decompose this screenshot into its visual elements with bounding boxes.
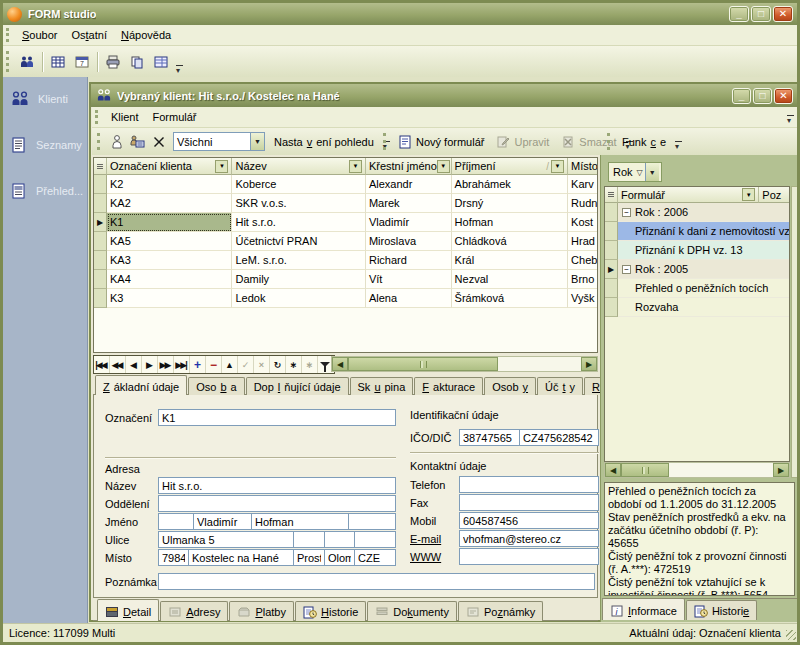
copy-toolbar-button[interactable] (125, 50, 149, 74)
person-toolbar-button[interactable] (106, 131, 127, 152)
scroll-left-icon[interactable]: ◀ (605, 463, 621, 477)
scrollbar-thumb[interactable] (621, 463, 669, 477)
last-record-button[interactable]: ▶▶| (174, 356, 190, 373)
tab-zakladni-udaje[interactable]: Základní údaje (95, 375, 187, 395)
dic-field[interactable] (519, 429, 599, 446)
tab-historie-panel[interactable]: Historie (686, 600, 757, 620)
edit-form-button[interactable]: Upravit (490, 131, 555, 152)
next-page-button[interactable]: ▶▶ (158, 356, 174, 373)
scroll-left-icon[interactable]: ◀ (332, 357, 348, 371)
scrollbar-thumb[interactable] (348, 357, 498, 371)
tab-informace[interactable]: i Informace (602, 598, 685, 620)
title-bar[interactable]: FORM studio _ □ ✕ (3, 3, 797, 25)
client-minimize-button[interactable]: _ (732, 88, 751, 104)
tab-ucty[interactable]: Účty (537, 377, 583, 395)
toolbar-grip[interactable] (607, 133, 612, 149)
cislo-popisne-field[interactable] (293, 531, 325, 548)
tree-group-row[interactable]: −Rok : 2006 (605, 203, 789, 222)
tab-osoby[interactable]: Osoby (484, 377, 536, 395)
print-toolbar-button[interactable] (101, 50, 125, 74)
chevron-down-icon[interactable]: ▼ (645, 163, 659, 181)
column-header-oznaceni[interactable]: Označení klienta▼ (107, 158, 232, 175)
toolbar-overflow-chevron[interactable]: ▾ (173, 65, 186, 77)
cislo-orientacni-field[interactable] (324, 531, 355, 548)
tree-group-row[interactable]: ▶ −Rok : 2005 (605, 260, 789, 279)
new-form-button[interactable]: Nový formulář (392, 131, 490, 152)
clear-selection-toolbar-button[interactable] (148, 131, 169, 152)
column-header-misto[interactable]: Místo (568, 158, 597, 175)
kraj-field[interactable] (324, 549, 355, 566)
psc-field[interactable] (158, 549, 189, 566)
column-header-formular[interactable]: Formulář▼ (618, 187, 759, 203)
refresh-button[interactable]: ↻ (270, 356, 286, 373)
prijmeni-field[interactable] (251, 513, 349, 530)
client-maximize-button[interactable]: □ (753, 88, 772, 104)
table-row[interactable]: KA2 SKR v.o.s. Marek Drsný Rudn (94, 194, 597, 213)
resize-grip[interactable] (786, 630, 796, 640)
menu-grip[interactable] (6, 28, 11, 42)
tab-skupina[interactable]: Skupina (350, 377, 414, 395)
menu-item-ostatni[interactable]: Ostatní (64, 27, 113, 43)
email-link-label[interactable]: E-mail (410, 533, 441, 545)
insert-record-button[interactable]: + (190, 356, 206, 373)
toolbar-overflow-chevron[interactable]: ▾ (672, 141, 685, 153)
edit-record-button[interactable]: ▲ (222, 356, 238, 373)
scroll-right-icon[interactable]: ▶ (773, 463, 789, 477)
first-record-button[interactable]: |◀◀ (94, 356, 110, 373)
column-filter-chevron-icon[interactable]: ▼ (551, 160, 564, 173)
column-filter-chevron-icon[interactable]: ▼ (437, 160, 450, 173)
menu-item-soubor[interactable]: Soubor (15, 27, 64, 43)
www-field[interactable] (459, 548, 599, 565)
column-header-poz[interactable]: Poz (759, 187, 789, 203)
goto-bookmark-button[interactable]: ∗ (302, 356, 318, 373)
tree-vertical-scrollbar[interactable] (791, 186, 800, 478)
tab-doplnujici-udaje[interactable]: Doplňující údaje (246, 377, 349, 395)
menu-overflow-chevron[interactable]: ▾ (784, 115, 797, 127)
maximize-button[interactable]: □ (751, 6, 771, 22)
close-button[interactable]: ✕ (773, 6, 793, 22)
tab-adresy[interactable]: Adresy (160, 601, 228, 621)
menu-item-napoveda[interactable]: Nápověda (114, 27, 178, 43)
table-row[interactable]: K2 Koberce Alexandr Abrahámek Karv (94, 175, 597, 194)
menu-item-klient[interactable]: Klient (104, 109, 146, 125)
mobil-field[interactable] (459, 512, 599, 529)
clients-toolbar-button[interactable] (15, 50, 39, 74)
filter-combobox[interactable]: Všichni ▼ (173, 132, 265, 151)
ico-field[interactable] (459, 429, 520, 446)
prior-record-button[interactable]: ◀ (126, 356, 142, 373)
poznamka-field[interactable] (158, 573, 595, 590)
tab-platby[interactable]: Platby (229, 601, 294, 621)
view-settings-button[interactable]: Nastavení pohledu (268, 131, 380, 152)
sidebar-item-klienti[interactable]: Klienti (11, 91, 87, 107)
telefon-field[interactable] (459, 476, 599, 493)
sidebar-item-prehled[interactable]: Přehled... (11, 183, 87, 199)
post-edit-button[interactable]: ✓ (238, 356, 254, 373)
table-row[interactable]: KA4 Damily Vít Nezval Brno (94, 270, 597, 289)
functions-button[interactable]: Funkce (616, 131, 672, 152)
minimize-button[interactable]: _ (729, 6, 749, 22)
prior-page-button[interactable]: ◀◀ (110, 356, 126, 373)
toolbar-grip[interactable] (6, 51, 11, 73)
cancel-edit-button[interactable]: × (254, 356, 270, 373)
group-by-box[interactable]: Rok ▽ ▼ (608, 162, 662, 182)
collapse-icon[interactable]: − (622, 208, 631, 217)
email-field[interactable] (459, 530, 599, 547)
tab-fakturace[interactable]: Fakturace (414, 377, 483, 395)
table-row[interactable]: K3 Ledok Alena Šrámková Vyšk (94, 289, 597, 308)
lists-toolbar-button[interactable] (46, 50, 70, 74)
oddeleni-field[interactable] (158, 495, 396, 512)
tab-dokumenty[interactable]: Dokumenty (367, 601, 457, 621)
client-close-button[interactable]: ✕ (774, 88, 793, 104)
column-filter-chevron-icon[interactable]: ▼ (215, 160, 228, 173)
scroll-right-icon[interactable]: ▶ (581, 357, 597, 371)
next-record-button[interactable]: ▶ (142, 356, 158, 373)
titul-field[interactable] (158, 513, 194, 530)
nazev-field[interactable] (158, 477, 396, 494)
table-menu-button[interactable] (94, 158, 107, 175)
tab-poznamky[interactable]: Poznámky (458, 601, 543, 621)
tab-osoba[interactable]: Osoba (188, 377, 244, 395)
table-row[interactable]: KA3 LeM. s.r.o. Richard Král Cheb (94, 251, 597, 270)
tree-horizontal-scrollbar[interactable]: ◀ ▶ (604, 462, 790, 478)
table-row[interactable]: KA5 Účetnictví PRAN Miroslava Chládková … (94, 232, 597, 251)
menu-grip[interactable] (95, 110, 100, 124)
